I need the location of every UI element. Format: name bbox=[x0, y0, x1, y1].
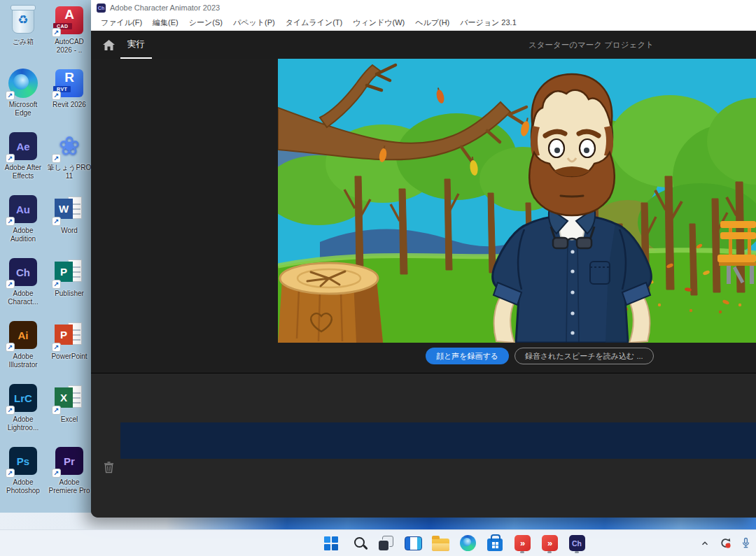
desktop-icon-label: Word bbox=[61, 227, 78, 235]
desktop-icon-powerpoint[interactable]: P PowerPoint bbox=[47, 318, 92, 380]
shortcut-arrow-icon bbox=[52, 406, 61, 415]
desktop-icon-label: Adobe Premiere Pro bbox=[47, 478, 92, 495]
shortcut-arrow-icon bbox=[6, 280, 15, 289]
desktop-icon-photoshop[interactable]: Ps Adobe Photoshop bbox=[1, 443, 46, 506]
edge-taskbar-button[interactable] bbox=[457, 533, 478, 554]
red-arrow-app-icon bbox=[514, 535, 531, 551]
timeline-panel bbox=[91, 373, 756, 518]
red-app-button-1[interactable] bbox=[512, 533, 533, 554]
store-icon bbox=[487, 539, 503, 551]
menu-timeline[interactable]: タイムライン(T) bbox=[286, 17, 343, 28]
desktop-icon-premiere-pro[interactable]: Pr Adobe Premiere Pro bbox=[47, 443, 92, 506]
desktop-icon-character-animator[interactable]: Ch Adobe Charact... bbox=[1, 255, 46, 318]
desktop-icon-fude-pro[interactable]: 筆しょうPRO 11 bbox=[47, 129, 92, 192]
menu-edit[interactable]: 編集(E) bbox=[153, 17, 178, 28]
menu-version: バージョン 23.1 bbox=[460, 17, 517, 28]
chevron-up-icon bbox=[700, 539, 710, 548]
desktop-icon-after-effects[interactable]: Ae Adobe After Effects bbox=[1, 129, 46, 192]
microsoft-store-button[interactable] bbox=[484, 533, 505, 554]
taskbar: Ch bbox=[0, 529, 756, 556]
menu-puppet[interactable]: パペット(P) bbox=[233, 17, 275, 28]
system-tray bbox=[699, 530, 752, 556]
shortcut-arrow-icon bbox=[52, 343, 61, 352]
tray-overflow-button[interactable] bbox=[699, 537, 711, 550]
search-button[interactable] bbox=[348, 533, 369, 554]
app-window: Ch Adobe Character Animator 2023 ファイル(F)… bbox=[91, 0, 756, 518]
shortcut-arrow-icon bbox=[52, 91, 61, 100]
task-view-icon bbox=[379, 536, 393, 550]
desktop-icon-label: PowerPoint bbox=[51, 352, 87, 361]
task-view-button[interactable] bbox=[375, 533, 396, 554]
menu-file[interactable]: ファイル(F) bbox=[101, 17, 142, 28]
shortcut-arrow-icon bbox=[6, 469, 15, 478]
desktop-icon-illustrator[interactable]: Ai Adobe Illustrator bbox=[1, 318, 46, 380]
microphone-icon bbox=[741, 537, 751, 549]
desktop-icon-revit[interactable]: RRVT Revit 2026 bbox=[47, 66, 92, 129]
desktop-icon-autocad[interactable]: ACAD AutoCAD 2026 - .. bbox=[47, 3, 92, 66]
trash-button[interactable] bbox=[104, 462, 115, 474]
character-animator-taskbar-button[interactable]: Ch bbox=[566, 533, 587, 554]
desktop-icon-lightroom-classic[interactable]: LrC Adobe Lightroo... bbox=[1, 380, 46, 443]
running-indicator bbox=[520, 551, 524, 553]
shortcut-arrow-icon bbox=[6, 154, 15, 163]
desktop-icon-label: Adobe Illustrator bbox=[1, 352, 46, 369]
screen-recording-tray-button[interactable] bbox=[719, 537, 732, 550]
menu-window[interactable]: ウィンドウ(W) bbox=[353, 17, 405, 28]
virtual-desktops-button[interactable] bbox=[402, 533, 424, 554]
desktop-icon-recycle-bin[interactable]: ごみ箱 bbox=[1, 3, 46, 66]
red-arrow-app-icon bbox=[542, 535, 558, 551]
shortcut-arrow-icon bbox=[6, 217, 15, 226]
character-animator-icon: Ch bbox=[569, 535, 585, 551]
desktop-icon-label: Publisher bbox=[55, 290, 84, 298]
red-app-button-2[interactable] bbox=[539, 533, 560, 554]
scene-canvas[interactable] bbox=[278, 59, 756, 343]
record-face-voice-button[interactable]: 顔と声を録画する bbox=[426, 348, 509, 364]
load-recorded-speech-button[interactable]: 録音されたスピーチを読み込む ... bbox=[514, 348, 654, 364]
desktop-icon-label: Adobe After Effects bbox=[1, 164, 46, 180]
running-indicator bbox=[547, 551, 552, 553]
tab-record[interactable]: 実行 bbox=[120, 31, 152, 59]
recycle-bin-icon bbox=[12, 7, 34, 34]
desktop-icon-excel[interactable]: X Excel bbox=[47, 380, 92, 443]
desktop-icon-edge[interactable]: Microsoft Edge bbox=[1, 66, 46, 129]
menu-bar: ファイル(F) 編集(E) シーン(S) パペット(P) タイムライン(T) ウ… bbox=[91, 15, 756, 31]
search-icon bbox=[354, 537, 365, 548]
screen-recording-icon bbox=[720, 537, 732, 549]
microphone-tray-button[interactable] bbox=[739, 537, 752, 550]
desktop-icon-audition[interactable]: Au Adobe Audition bbox=[1, 192, 46, 255]
file-explorer-button[interactable] bbox=[430, 533, 451, 554]
scene-tree-stump bbox=[278, 263, 383, 343]
folder-icon bbox=[432, 539, 449, 551]
timeline-track[interactable] bbox=[120, 422, 756, 459]
desktop-icon-label: Revit 2026 bbox=[52, 101, 86, 109]
shortcut-arrow-icon bbox=[6, 91, 15, 100]
desktop-icon-label: Excel bbox=[61, 415, 78, 424]
start-button[interactable] bbox=[321, 533, 342, 554]
virtual-desktops-icon bbox=[405, 536, 422, 550]
menu-scene[interactable]: シーン(S) bbox=[189, 17, 223, 28]
desktop-icon-grid: ごみ箱 ACAD AutoCAD 2026 - .. Microsoft Edg… bbox=[0, 3, 92, 506]
desktop-icon-word[interactable]: W Word bbox=[47, 192, 92, 255]
running-indicator bbox=[575, 551, 579, 553]
shortcut-arrow-icon bbox=[52, 280, 61, 289]
shortcut-arrow-icon bbox=[52, 469, 61, 478]
windows-logo-icon bbox=[324, 536, 338, 550]
window-titlebar[interactable]: Ch Adobe Character Animator 2023 bbox=[91, 0, 756, 15]
desktop-icon-label: Adobe Charact... bbox=[1, 290, 46, 306]
screen: { "desktop": { "background_color": "#adc… bbox=[0, 0, 756, 556]
menu-help[interactable]: ヘルプ(H) bbox=[415, 17, 449, 28]
app-badge-icon: Ch bbox=[97, 3, 106, 13]
desktop-icon-label: ごみ箱 bbox=[13, 38, 34, 46]
home-button[interactable] bbox=[97, 31, 120, 59]
desktop-icon-label: 筆しょうPRO 11 bbox=[47, 164, 92, 180]
taskbar-center: Ch bbox=[321, 530, 587, 556]
desktop-icon-label: Microsoft Edge bbox=[1, 101, 46, 117]
shortcut-arrow-icon bbox=[52, 154, 61, 163]
desktop-icon-label: AutoCAD 2026 - .. bbox=[47, 38, 92, 55]
viewer-action-buttons: 顔と声を録画する 録音されたスピーチを読み込む ... bbox=[426, 348, 654, 364]
desktop-icon-publisher[interactable]: P Publisher bbox=[47, 255, 92, 318]
workspace-tab-bar: 実行 スターターのマーク プロジェクト bbox=[91, 31, 756, 59]
shortcut-arrow-icon bbox=[6, 406, 15, 415]
shortcut-arrow-icon bbox=[52, 28, 61, 37]
shortcut-arrow-icon bbox=[6, 343, 15, 352]
